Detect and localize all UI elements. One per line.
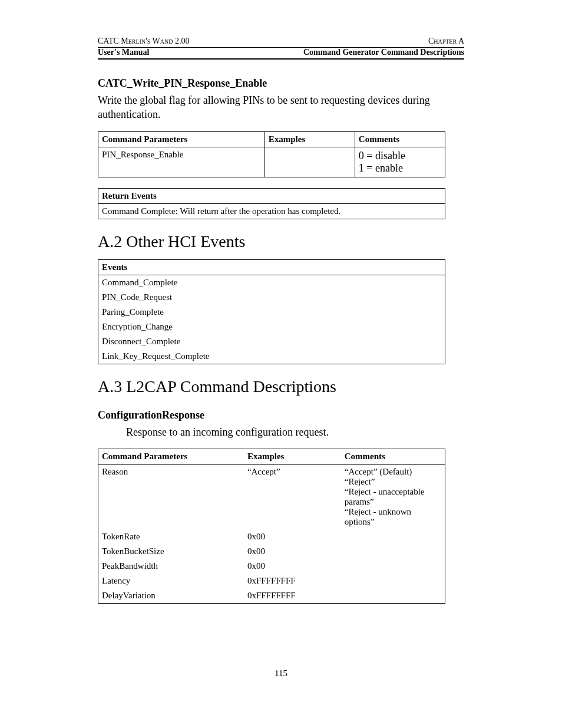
page-subheader: User's Manual Command Generator Command … (98, 48, 464, 57)
cell-comment (341, 559, 445, 574)
cell-param: TokenBucketSize (98, 544, 244, 559)
cell-example: “Accept” (244, 464, 341, 529)
table-row: Latency 0xFFFFFFFF (98, 574, 445, 588)
table-row: Reason “Accept” “Accept” (Default) “Reje… (98, 464, 445, 529)
command-description: Write the global flag for allowing PINs … (98, 93, 464, 122)
header-left-top: CATC Merlin's Wand 2.00 (98, 37, 189, 46)
command-parameters-table: Command Parameters Examples Comments PIN… (98, 131, 445, 177)
event-row: PIN_Code_Request (98, 290, 445, 305)
table-row: TokenBucketSize 0x00 (98, 544, 445, 559)
config-params-table: Command Parameters Examples Comments Rea… (98, 449, 445, 604)
return-events-header: Return Events (98, 188, 445, 203)
page-number: 115 (98, 668, 464, 678)
table-row: PIN_Response_Enable 0 = disable 1 = enab… (98, 147, 445, 177)
section-a2-title: A.2 Other HCI Events (98, 232, 464, 251)
event-row: Disconnect_Complete (98, 334, 445, 349)
col-header-params: Command Parameters (98, 131, 265, 147)
cell-comment (341, 588, 445, 604)
section-a3-title: A.3 L2CAP Command Descriptions (98, 377, 464, 396)
event-row: Link_Key_Request_Complete (98, 349, 445, 364)
return-events-table: Return Events Command Complete: Will ret… (98, 188, 445, 219)
config-response-title: ConfigurationResponse (98, 409, 464, 421)
event-row: Paring_Complete (98, 305, 445, 319)
col-header-comments: Comments (341, 449, 445, 464)
command-title: CATC_Write_PIN_Response_Enable (98, 77, 464, 90)
event-row: Command_Complete (98, 275, 445, 290)
header-right-bottom: Command Generator Command Descriptions (303, 48, 464, 57)
cell-comment: 0 = disable 1 = enable (355, 147, 445, 177)
cell-comment (341, 544, 445, 559)
cell-example: 0x00 (244, 544, 341, 559)
cell-param: DelayVariation (98, 588, 244, 604)
return-events-text: Command Complete: Will return after the … (98, 203, 445, 219)
header-left-bottom: User's Manual (98, 48, 150, 57)
table-row: TokenRate 0x00 (98, 529, 445, 544)
col-header-examples: Examples (265, 131, 355, 147)
col-header-params: Command Parameters (98, 449, 244, 464)
table-row: DelayVariation 0xFFFFFFFF (98, 588, 445, 604)
cell-param: PeakBandwidth (98, 559, 244, 574)
col-header-examples: Examples (244, 449, 341, 464)
cell-param: TokenRate (98, 529, 244, 544)
cell-example (265, 147, 355, 177)
rule-thick (98, 58, 464, 60)
cell-param: Latency (98, 574, 244, 588)
cell-example: 0x00 (244, 559, 341, 574)
table-row: PeakBandwidth 0x00 (98, 559, 445, 574)
page-header: CATC Merlin's Wand 2.00 Chapter A (98, 37, 464, 46)
col-header-comments: Comments (355, 131, 445, 147)
cell-param: Reason (98, 464, 244, 529)
cell-example: 0x00 (244, 529, 341, 544)
cell-example: 0xFFFFFFFF (244, 574, 341, 588)
config-response-desc: Response to an incoming configuration re… (126, 425, 464, 439)
cell-param: PIN_Response_Enable (98, 147, 265, 177)
header-right-top: Chapter A (428, 37, 464, 46)
cell-comment (341, 529, 445, 544)
cell-example: 0xFFFFFFFF (244, 588, 341, 604)
event-row: Encryption_Change (98, 319, 445, 334)
events-header: Events (98, 259, 445, 275)
page-content: CATC Merlin's Wand 2.00 Chapter A User's… (0, 0, 562, 702)
cell-comment (341, 574, 445, 588)
cell-comment: “Accept” (Default) “Reject” “Reject - un… (341, 464, 445, 529)
events-table: Events Command_Complete PIN_Code_Request… (98, 259, 445, 364)
